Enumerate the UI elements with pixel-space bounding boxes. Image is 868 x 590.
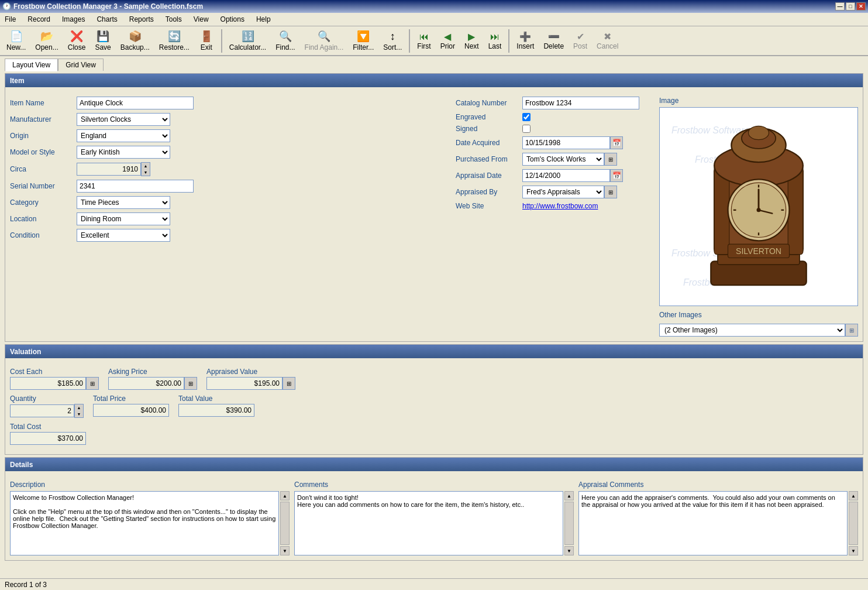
menu-file[interactable]: File: [2, 14, 18, 25]
first-button[interactable]: ⏮ First: [413, 30, 435, 52]
description-textarea[interactable]: Welcome to Frostbow Collection Manager! …: [10, 491, 279, 555]
find-again-button[interactable]: 🔍 Find Again...: [301, 28, 348, 53]
website-link[interactable]: http://www.frostbow.com: [522, 202, 598, 210]
filter-button[interactable]: 🔽 Filter...: [349, 28, 378, 53]
total-value-input[interactable]: [178, 404, 254, 417]
category-select[interactable]: Time Pieces: [77, 196, 170, 209]
appraisal-scroll-track: [849, 502, 858, 545]
purchased-from-select[interactable]: Tom's Clock Works: [522, 153, 604, 166]
category-label: Category: [10, 198, 74, 207]
circa-spin-down[interactable]: ▼: [142, 169, 150, 176]
description-scroll-down[interactable]: ▼: [280, 546, 290, 555]
comments-scroll-up[interactable]: ▲: [564, 491, 574, 500]
appraised-value-calc-button[interactable]: ⊞: [283, 377, 295, 390]
restore-button[interactable]: 🔄 Restore...: [155, 28, 194, 53]
calculator-button[interactable]: 🔢 Calculator...: [225, 28, 270, 53]
catalog-row: Catalog Number: [456, 97, 655, 109]
total-price-field: Total Price: [93, 395, 169, 418]
maximize-button[interactable]: □: [846, 2, 855, 11]
appraisal-scroll-up[interactable]: ▲: [849, 491, 858, 500]
find-button[interactable]: 🔍 Find...: [271, 28, 299, 53]
category-row: Category Time Pieces: [10, 196, 451, 209]
insert-button[interactable]: ➕ Insert: [512, 29, 538, 52]
cancel-label: Cancel: [597, 42, 618, 50]
catalog-input[interactable]: [522, 97, 639, 109]
find-again-label: Find Again...: [305, 43, 344, 52]
appraised-value-field: Appraised Value ⊞: [206, 368, 295, 390]
tab-grid-view[interactable]: Grid View: [58, 59, 104, 71]
quantity-input[interactable]: [10, 404, 74, 417]
signed-row: Signed: [456, 125, 655, 133]
asking-price-calc-button[interactable]: ⊞: [184, 377, 197, 390]
purchased-from-extra-button[interactable]: ⊞: [604, 153, 617, 166]
condition-select[interactable]: Excellent: [77, 229, 170, 242]
titlebar-controls: — □ ✕: [835, 2, 866, 11]
manufacturer-select[interactable]: Silverton Clocks: [77, 113, 170, 126]
appraisal-comments-col: Appraisal Comments Here you can add the …: [578, 481, 858, 555]
serial-input[interactable]: [77, 180, 194, 193]
menu-charts[interactable]: Charts: [94, 14, 119, 25]
item-name-input[interactable]: [77, 97, 194, 109]
other-images-button[interactable]: ⊞: [845, 324, 858, 337]
appraised-by-label: Appraised By: [456, 188, 520, 196]
origin-select[interactable]: England: [77, 129, 170, 142]
circa-input[interactable]: [77, 163, 141, 176]
exit-button[interactable]: 🚪 Exit: [195, 28, 218, 53]
appraisal-comments-textarea[interactable]: Here you can add the appraiser's comment…: [578, 491, 848, 555]
quantity-spin-up[interactable]: ▲: [75, 404, 83, 411]
appraisal-scroll-down[interactable]: ▼: [849, 546, 858, 555]
date-acquired-input[interactable]: [522, 136, 610, 149]
close-button[interactable]: ✕: [856, 2, 866, 11]
appraisal-date-calendar-button[interactable]: 📅: [610, 169, 623, 182]
signed-checkbox[interactable]: [522, 125, 531, 133]
titlebar: 🕐 Frostbow Collection Manager 3 - Sample…: [0, 0, 868, 13]
last-button[interactable]: ⏭ Last: [484, 30, 506, 52]
appraisal-date-input[interactable]: [522, 169, 610, 182]
model-select[interactable]: Early Kintish: [77, 146, 170, 159]
total-cost-input[interactable]: [10, 432, 86, 445]
date-acquired-calendar-button[interactable]: 📅: [610, 136, 623, 149]
close-button[interactable]: ❌ Close: [64, 28, 90, 53]
delete-button[interactable]: ➖ Delete: [539, 29, 568, 52]
save-label: Save: [95, 43, 111, 52]
total-price-input[interactable]: [93, 404, 169, 417]
cost-each-calc-button[interactable]: ⊞: [86, 377, 99, 390]
post-button[interactable]: ✔ Post: [569, 29, 591, 52]
asking-price-input[interactable]: [108, 377, 184, 390]
menu-record[interactable]: Record: [25, 14, 53, 25]
appraised-value-input[interactable]: [206, 377, 283, 390]
menu-help[interactable]: Help: [254, 14, 273, 25]
menu-options[interactable]: Options: [218, 14, 247, 25]
menu-reports[interactable]: Reports: [127, 14, 156, 25]
serial-row: Serial Number: [10, 180, 451, 193]
prior-button[interactable]: ◀ Prior: [436, 29, 459, 52]
menu-view[interactable]: View: [191, 14, 211, 25]
valuation-section-title: Valuation: [10, 348, 41, 356]
backup-button[interactable]: 📦 Backup...: [116, 28, 154, 53]
cost-each-input[interactable]: [10, 377, 86, 390]
open-button[interactable]: 📂 Open...: [31, 28, 62, 53]
appraised-by-extra-button[interactable]: ⊞: [604, 186, 617, 198]
new-button[interactable]: 📄 New...: [2, 28, 30, 53]
circa-spin-up[interactable]: ▲: [142, 163, 150, 169]
appraised-by-select[interactable]: Fred's Appraisals: [522, 186, 604, 198]
quantity-spin-down[interactable]: ▼: [75, 411, 83, 417]
comments-textarea[interactable]: Don't wind it too tight! Here you can ad…: [294, 491, 563, 555]
menu-tools[interactable]: Tools: [163, 14, 184, 25]
save-button[interactable]: 💾 Save: [91, 28, 115, 53]
appraised-value-label: Appraised Value: [206, 368, 295, 376]
manufacturer-select-wrap: Silverton Clocks: [77, 113, 170, 126]
minimize-button[interactable]: —: [835, 2, 845, 11]
sort-button[interactable]: ↕ Sort...: [379, 29, 406, 53]
description-scroll-up[interactable]: ▲: [280, 491, 290, 500]
location-select[interactable]: Dining Room: [77, 212, 170, 225]
cancel-button[interactable]: ✖ Cancel: [593, 29, 622, 52]
next-button[interactable]: ▶ Next: [460, 29, 483, 52]
tab-layout-view[interactable]: Layout View: [5, 59, 58, 71]
engraved-checkbox[interactable]: [522, 113, 531, 121]
location-row: Location Dining Room: [10, 212, 451, 225]
post-label: Post: [573, 42, 587, 50]
comments-scroll-down[interactable]: ▼: [564, 546, 574, 555]
other-images-select[interactable]: (2 Other Images): [659, 324, 845, 337]
menu-images[interactable]: Images: [60, 14, 87, 25]
